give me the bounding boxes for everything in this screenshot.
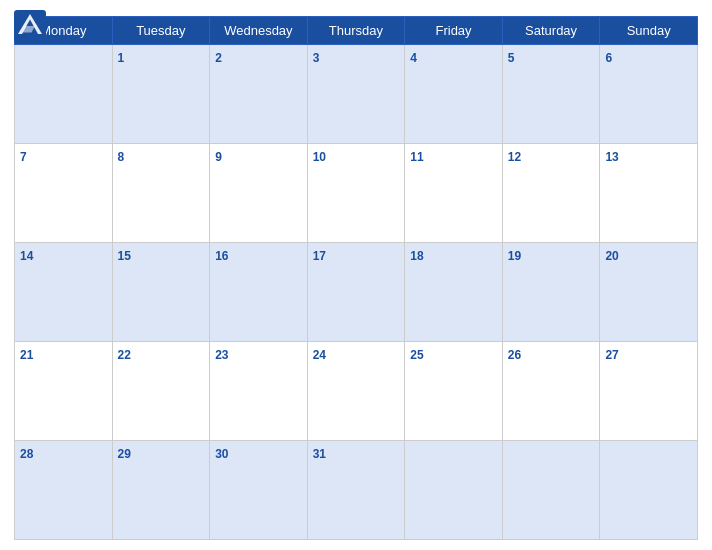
day-number: 27 (605, 348, 618, 362)
day-number: 11 (410, 150, 423, 164)
calendar-cell: 13 (600, 144, 698, 243)
day-number: 15 (118, 249, 131, 263)
calendar-cell: 27 (600, 342, 698, 441)
day-number: 3 (313, 51, 320, 65)
calendar-cell (405, 441, 503, 540)
day-number: 8 (118, 150, 125, 164)
calendar-cell: 11 (405, 144, 503, 243)
calendar-table: MondayTuesdayWednesdayThursdayFridaySatu… (14, 16, 698, 540)
calendar-cell: 10 (307, 144, 405, 243)
calendar-cell: 24 (307, 342, 405, 441)
day-number: 6 (605, 51, 612, 65)
day-number: 20 (605, 249, 618, 263)
logo-icon (14, 10, 46, 42)
day-number: 7 (20, 150, 27, 164)
day-number: 30 (215, 447, 228, 461)
day-number: 24 (313, 348, 326, 362)
day-number: 5 (508, 51, 515, 65)
day-number: 2 (215, 51, 222, 65)
calendar-cell: 1 (112, 45, 210, 144)
calendar-cell: 3 (307, 45, 405, 144)
calendar-cell: 19 (502, 243, 600, 342)
calendar-cell: 21 (15, 342, 113, 441)
calendar-week-row: 28293031 (15, 441, 698, 540)
day-number: 28 (20, 447, 33, 461)
calendar-cell: 14 (15, 243, 113, 342)
calendar-cell: 9 (210, 144, 308, 243)
calendar-cell: 29 (112, 441, 210, 540)
day-number: 1 (118, 51, 125, 65)
calendar-week-row: 21222324252627 (15, 342, 698, 441)
calendar-cell: 28 (15, 441, 113, 540)
calendar-cell: 23 (210, 342, 308, 441)
day-number: 19 (508, 249, 521, 263)
calendar-cell: 17 (307, 243, 405, 342)
weekday-sunday: Sunday (600, 17, 698, 45)
weekday-header-row: MondayTuesdayWednesdayThursdayFridaySatu… (15, 17, 698, 45)
calendar-week-row: 123456 (15, 45, 698, 144)
weekday-wednesday: Wednesday (210, 17, 308, 45)
day-number: 25 (410, 348, 423, 362)
calendar-cell: 8 (112, 144, 210, 243)
weekday-saturday: Saturday (502, 17, 600, 45)
calendar-cell: 30 (210, 441, 308, 540)
weekday-friday: Friday (405, 17, 503, 45)
day-number: 21 (20, 348, 33, 362)
calendar-cell: 26 (502, 342, 600, 441)
day-number: 29 (118, 447, 131, 461)
calendar-tbody: 1234567891011121314151617181920212223242… (15, 45, 698, 540)
day-number: 23 (215, 348, 228, 362)
calendar-container: MondayTuesdayWednesdayThursdayFridaySatu… (0, 0, 712, 550)
day-number: 4 (410, 51, 417, 65)
day-number: 17 (313, 249, 326, 263)
calendar-cell: 12 (502, 144, 600, 243)
day-number: 10 (313, 150, 326, 164)
calendar-cell: 20 (600, 243, 698, 342)
calendar-week-row: 78910111213 (15, 144, 698, 243)
day-number: 31 (313, 447, 326, 461)
day-number: 14 (20, 249, 33, 263)
calendar-cell: 22 (112, 342, 210, 441)
day-number: 9 (215, 150, 222, 164)
calendar-cell: 6 (600, 45, 698, 144)
calendar-cell: 25 (405, 342, 503, 441)
logo (14, 10, 50, 42)
calendar-cell: 15 (112, 243, 210, 342)
calendar-cell: 31 (307, 441, 405, 540)
calendar-cell: 5 (502, 45, 600, 144)
calendar-cell: 4 (405, 45, 503, 144)
calendar-cell: 2 (210, 45, 308, 144)
day-number: 12 (508, 150, 521, 164)
calendar-cell (600, 441, 698, 540)
day-number: 13 (605, 150, 618, 164)
calendar-week-row: 14151617181920 (15, 243, 698, 342)
day-number: 22 (118, 348, 131, 362)
weekday-tuesday: Tuesday (112, 17, 210, 45)
weekday-thursday: Thursday (307, 17, 405, 45)
calendar-cell: 16 (210, 243, 308, 342)
calendar-thead: MondayTuesdayWednesdayThursdayFridaySatu… (15, 17, 698, 45)
day-number: 18 (410, 249, 423, 263)
calendar-cell: 7 (15, 144, 113, 243)
day-number: 16 (215, 249, 228, 263)
calendar-cell: 18 (405, 243, 503, 342)
calendar-cell (15, 45, 113, 144)
day-number: 26 (508, 348, 521, 362)
calendar-cell (502, 441, 600, 540)
